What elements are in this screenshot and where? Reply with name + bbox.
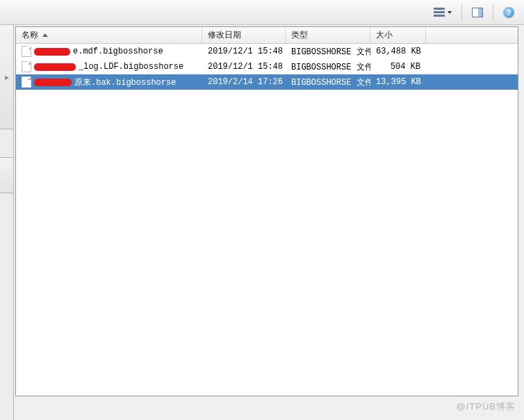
file-icon [22,76,31,88]
file-size-cell: 63,488 KB [370,47,426,56]
file-date-cell: 2019/12/1 15:48 [202,47,286,56]
chevron-down-icon [448,11,452,14]
view-mode-button[interactable] [429,5,456,20]
separator [461,5,462,20]
watermark: @ITPUB博客 [457,401,516,413]
redacted-text [34,48,70,56]
separator [493,5,493,20]
file-name-cell: 原来.bak.bigbosshorse [16,76,202,88]
panel-icon [472,8,483,17]
file-row[interactable]: _log.LDF.bigbosshorse2019/12/1 15:48BIGB… [16,59,518,74]
column-label: 大小 [376,29,393,41]
file-rows-container: e.mdf.bigbosshorse2019/12/1 15:48BIGBOSS… [16,44,518,396]
file-type-cell: BIGBOSSHORSE 文件 [286,46,370,58]
file-name-suffix: e.mdf.bigbosshorse [73,47,163,56]
file-name-cell: e.mdf.bigbosshorse [16,46,202,57]
preview-pane-button[interactable] [468,5,487,20]
file-name-suffix: 原来.bak.bigbosshorse [74,76,176,88]
file-name-cell: _log.LDF.bigbosshorse [16,61,202,72]
nav-handle-2[interactable] [0,157,13,193]
file-icon [22,46,31,57]
redacted-text [34,63,76,71]
help-button[interactable]: ? [499,4,518,21]
file-date-cell: 2019/2/14 17:26 [202,77,286,87]
column-label: 修改日期 [208,29,241,41]
file-date-cell: 2019/12/1 15:48 [202,62,286,72]
column-header-date[interactable]: 修改日期 [202,27,286,43]
toolbar: ? [0,0,524,25]
file-type-cell: BIGBOSSHORSE 文件 [286,76,370,88]
redacted-text [34,79,72,86]
nav-handle[interactable]: ▸ [0,25,13,129]
file-row[interactable]: 原来.bak.bigbosshorse2019/2/14 17:26BIGBOS… [16,74,518,90]
sort-asc-icon [42,33,48,37]
column-header-name[interactable]: 名称 [16,27,202,43]
main-area: ▸ 名称 修改日期 类型 大小 e.mdf.bigbosshorse2019/1… [0,25,524,420]
help-icon: ? [503,7,514,18]
column-header-row: 名称 修改日期 类型 大小 [16,27,518,44]
file-row[interactable]: e.mdf.bigbosshorse2019/12/1 15:48BIGBOSS… [16,44,518,59]
column-header-extra[interactable] [426,27,518,43]
column-header-type[interactable]: 类型 [286,27,370,43]
column-label: 名称 [22,29,38,41]
list-view-icon [434,8,445,17]
file-icon [22,61,31,72]
collapsed-nav-pane[interactable]: ▸ [0,25,14,420]
column-header-size[interactable]: 大小 [370,27,426,43]
file-list-panel: 名称 修改日期 类型 大小 e.mdf.bigbosshorse2019/12/… [15,26,518,396]
file-type-cell: BIGBOSSHORSE 文件 [286,61,370,73]
column-label: 类型 [291,29,308,41]
file-size-cell: 504 KB [370,62,426,72]
file-size-cell: 13,395 KB [370,77,426,87]
file-name-suffix: _log.LDF.bigbosshorse [79,62,183,72]
